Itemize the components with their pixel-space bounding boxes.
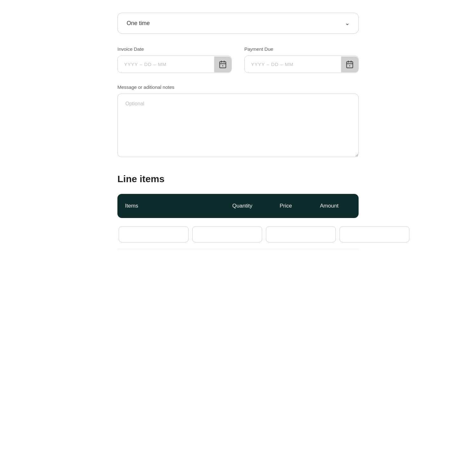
row-quantity-input[interactable]: [192, 226, 262, 242]
invoice-date-label: Invoice Date: [117, 46, 232, 52]
line-items-title: Line items: [117, 174, 359, 184]
row-items-input[interactable]: [119, 226, 188, 242]
payment-due-label: Payment Due: [244, 46, 359, 52]
invoice-date-input-wrapper: [117, 56, 232, 73]
row-price-input[interactable]: [266, 226, 336, 242]
frequency-select[interactable]: One time Weekly Monthly Yearly: [117, 13, 359, 34]
payment-due-input[interactable]: [245, 56, 341, 73]
dates-row: Invoice Date Payment Due: [117, 46, 359, 73]
payment-due-input-wrapper: [244, 56, 359, 73]
svg-rect-5: [347, 62, 353, 68]
line-items-section: Line items Items Quantity Price Amount: [117, 174, 359, 249]
frequency-field: One time Weekly Monthly Yearly ⌄: [117, 13, 359, 34]
svg-point-9: [349, 65, 350, 66]
notes-section: Message or aditional notes: [117, 84, 359, 158]
header-quantity: Quantity: [221, 203, 264, 209]
invoice-date-input[interactable]: [118, 56, 214, 73]
header-amount: Amount: [307, 203, 351, 209]
line-items-table-header: Items Quantity Price Amount: [117, 194, 359, 218]
invoice-date-field: Invoice Date: [117, 46, 232, 73]
form-container: One time Weekly Monthly Yearly ⌄ Invoice…: [117, 13, 359, 463]
invoice-date-calendar-button[interactable]: [214, 56, 231, 72]
payment-due-field: Payment Due: [244, 46, 359, 73]
notes-label: Message or aditional notes: [117, 84, 359, 90]
row-amount-input[interactable]: [340, 226, 409, 242]
svg-rect-0: [220, 62, 226, 68]
calendar-icon: [346, 60, 354, 69]
header-items: Items: [125, 203, 221, 209]
calendar-icon: [219, 60, 227, 69]
table-row: [117, 223, 359, 249]
svg-point-4: [222, 65, 223, 66]
header-price: Price: [264, 203, 307, 209]
notes-textarea[interactable]: [117, 94, 359, 157]
payment-due-calendar-button[interactable]: [341, 56, 358, 72]
